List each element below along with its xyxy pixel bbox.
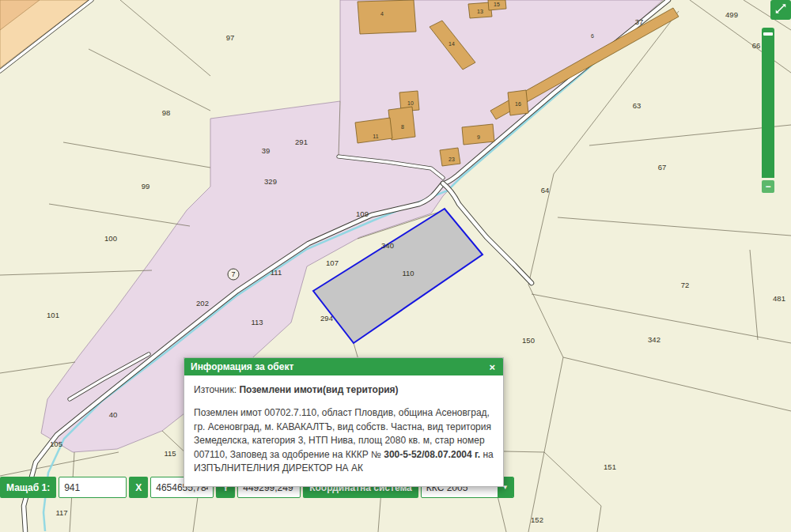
source-value: Поземлени имоти(вид територия) bbox=[239, 384, 398, 395]
source-label: Източник: bbox=[194, 384, 237, 395]
object-info-popup: Информация за обект × Източник: Поземлен… bbox=[184, 357, 504, 487]
popup-title: Информация за обект bbox=[191, 361, 293, 372]
popup-body: Източник: Поземлени имоти(вид територия)… bbox=[184, 375, 503, 486]
x-coordinate-label: X bbox=[129, 477, 148, 498]
description-order-number: 300-5-52/08.07.2004 г. bbox=[384, 449, 480, 460]
popup-source-line: Източник: Поземлени имоти(вид територия) bbox=[194, 383, 494, 397]
scale-label: Мащаб 1: bbox=[0, 477, 56, 498]
map-viewport: 7 97989910010110540117115392913291093401… bbox=[0, 0, 791, 532]
close-icon[interactable]: × bbox=[487, 362, 497, 372]
svg-text:7: 7 bbox=[231, 270, 235, 278]
zoom-slider-handle[interactable] bbox=[763, 32, 773, 36]
zoom-slider[interactable] bbox=[762, 28, 774, 178]
expand-arrows-icon bbox=[774, 2, 787, 18]
road-number-marker: 7 bbox=[228, 269, 239, 280]
popup-description: Поземлен имот 00702.7.110, област Пловди… bbox=[194, 406, 494, 475]
fullscreen-button[interactable] bbox=[770, 0, 791, 20]
zoom-out-button[interactable]: − bbox=[762, 180, 774, 193]
scale-input[interactable] bbox=[59, 477, 127, 498]
popup-header: Информация за обект × bbox=[184, 358, 503, 375]
